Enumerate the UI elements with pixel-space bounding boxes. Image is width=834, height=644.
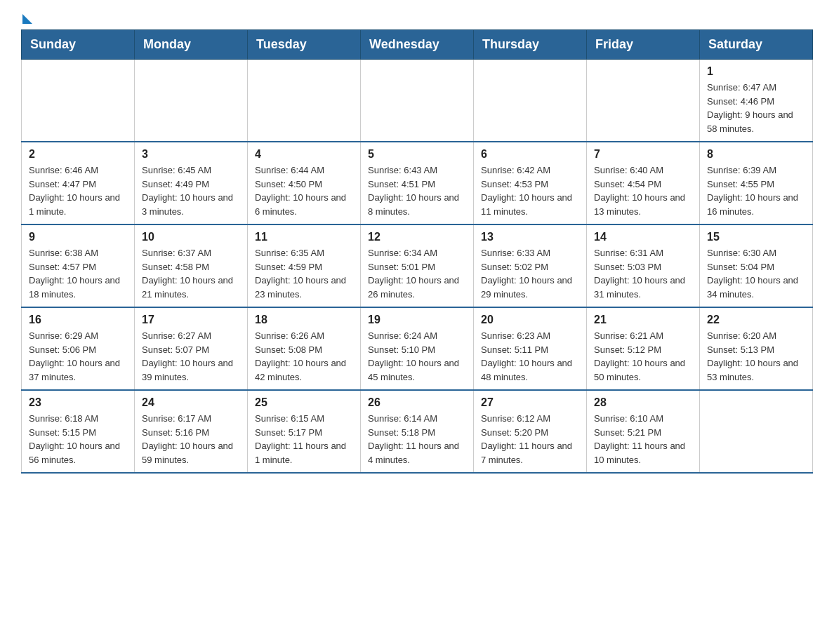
day-number: 7 — [594, 148, 692, 161]
day-number: 24 — [142, 396, 240, 409]
day-info: Sunrise: 6:43 AMSunset: 4:51 PMDaylight:… — [368, 163, 466, 218]
day-info: Sunrise: 6:26 AMSunset: 5:08 PMDaylight:… — [255, 329, 353, 384]
day-number: 3 — [142, 148, 240, 161]
day-number: 2 — [29, 148, 127, 161]
calendar-cell — [135, 60, 248, 142]
day-info: Sunrise: 6:17 AMSunset: 5:16 PMDaylight:… — [142, 412, 240, 467]
page-header — [21, 14, 813, 22]
day-number: 27 — [481, 396, 579, 409]
calendar-cell: 9Sunrise: 6:38 AMSunset: 4:57 PMDaylight… — [22, 224, 135, 307]
day-info: Sunrise: 6:37 AMSunset: 4:58 PMDaylight:… — [142, 246, 240, 301]
day-of-week-header: Saturday — [700, 30, 813, 60]
calendar-week-row: 16Sunrise: 6:29 AMSunset: 5:06 PMDayligh… — [22, 307, 813, 390]
day-info: Sunrise: 6:34 AMSunset: 5:01 PMDaylight:… — [368, 246, 466, 301]
calendar-week-row: 9Sunrise: 6:38 AMSunset: 4:57 PMDaylight… — [22, 224, 813, 307]
day-info: Sunrise: 6:27 AMSunset: 5:07 PMDaylight:… — [142, 329, 240, 384]
day-info: Sunrise: 6:24 AMSunset: 5:10 PMDaylight:… — [368, 329, 466, 384]
calendar-cell: 6Sunrise: 6:42 AMSunset: 4:53 PMDaylight… — [474, 142, 587, 224]
calendar-cell — [361, 60, 474, 142]
day-info: Sunrise: 6:46 AMSunset: 4:47 PMDaylight:… — [29, 163, 127, 218]
day-info: Sunrise: 6:45 AMSunset: 4:49 PMDaylight:… — [142, 163, 240, 218]
day-info: Sunrise: 6:42 AMSunset: 4:53 PMDaylight:… — [481, 163, 579, 218]
day-info: Sunrise: 6:23 AMSunset: 5:11 PMDaylight:… — [481, 329, 579, 384]
calendar-cell: 7Sunrise: 6:40 AMSunset: 4:54 PMDaylight… — [587, 142, 700, 224]
calendar-cell: 21Sunrise: 6:21 AMSunset: 5:12 PMDayligh… — [587, 307, 700, 390]
calendar-cell: 24Sunrise: 6:17 AMSunset: 5:16 PMDayligh… — [135, 390, 248, 473]
calendar-cell: 16Sunrise: 6:29 AMSunset: 5:06 PMDayligh… — [22, 307, 135, 390]
day-of-week-header: Thursday — [474, 30, 587, 60]
calendar-cell: 5Sunrise: 6:43 AMSunset: 4:51 PMDaylight… — [361, 142, 474, 224]
day-info: Sunrise: 6:33 AMSunset: 5:02 PMDaylight:… — [481, 246, 579, 301]
calendar-cell: 2Sunrise: 6:46 AMSunset: 4:47 PMDaylight… — [22, 142, 135, 224]
day-info: Sunrise: 6:44 AMSunset: 4:50 PMDaylight:… — [255, 163, 353, 218]
day-number: 21 — [594, 314, 692, 326]
day-number: 19 — [368, 314, 466, 326]
day-number: 11 — [255, 231, 353, 243]
day-info: Sunrise: 6:20 AMSunset: 5:13 PMDaylight:… — [707, 329, 805, 384]
day-of-week-header: Tuesday — [248, 30, 361, 60]
calendar-cell: 11Sunrise: 6:35 AMSunset: 4:59 PMDayligh… — [248, 224, 361, 307]
calendar-cell — [248, 60, 361, 142]
day-of-week-header: Monday — [135, 30, 248, 60]
day-number: 5 — [368, 148, 466, 161]
calendar-cell — [474, 60, 587, 142]
calendar-cell: 1Sunrise: 6:47 AMSunset: 4:46 PMDaylight… — [700, 60, 813, 142]
calendar-cell — [22, 60, 135, 142]
calendar-cell: 27Sunrise: 6:12 AMSunset: 5:20 PMDayligh… — [474, 390, 587, 473]
calendar-table: SundayMondayTuesdayWednesdayThursdayFrid… — [21, 29, 813, 474]
day-number: 20 — [481, 314, 579, 326]
day-of-week-header: Friday — [587, 30, 700, 60]
calendar-week-row: 23Sunrise: 6:18 AMSunset: 5:15 PMDayligh… — [22, 390, 813, 473]
day-info: Sunrise: 6:10 AMSunset: 5:21 PMDaylight:… — [594, 412, 692, 467]
day-number: 18 — [255, 314, 353, 326]
calendar-cell: 15Sunrise: 6:30 AMSunset: 5:04 PMDayligh… — [700, 224, 813, 307]
calendar-header-row: SundayMondayTuesdayWednesdayThursdayFrid… — [22, 30, 813, 60]
day-number: 10 — [142, 231, 240, 243]
day-of-week-header: Sunday — [22, 30, 135, 60]
day-number: 26 — [368, 396, 466, 409]
day-info: Sunrise: 6:40 AMSunset: 4:54 PMDaylight:… — [594, 163, 692, 218]
logo-triangle-icon — [22, 14, 32, 24]
day-info: Sunrise: 6:30 AMSunset: 5:04 PMDaylight:… — [707, 246, 805, 301]
day-number: 6 — [481, 148, 579, 161]
day-number: 28 — [594, 396, 692, 409]
day-number: 14 — [594, 231, 692, 243]
calendar-cell: 17Sunrise: 6:27 AMSunset: 5:07 PMDayligh… — [135, 307, 248, 390]
day-number: 22 — [707, 314, 805, 326]
calendar-cell: 4Sunrise: 6:44 AMSunset: 4:50 PMDaylight… — [248, 142, 361, 224]
day-number: 9 — [29, 231, 127, 243]
calendar-cell: 25Sunrise: 6:15 AMSunset: 5:17 PMDayligh… — [248, 390, 361, 473]
day-number: 23 — [29, 396, 127, 409]
day-number: 16 — [29, 314, 127, 326]
calendar-cell: 18Sunrise: 6:26 AMSunset: 5:08 PMDayligh… — [248, 307, 361, 390]
calendar-cell: 8Sunrise: 6:39 AMSunset: 4:55 PMDaylight… — [700, 142, 813, 224]
day-info: Sunrise: 6:47 AMSunset: 4:46 PMDaylight:… — [707, 81, 805, 135]
day-number: 1 — [707, 65, 805, 78]
day-info: Sunrise: 6:31 AMSunset: 5:03 PMDaylight:… — [594, 246, 692, 301]
day-number: 12 — [368, 231, 466, 243]
day-info: Sunrise: 6:38 AMSunset: 4:57 PMDaylight:… — [29, 246, 127, 301]
calendar-cell: 14Sunrise: 6:31 AMSunset: 5:03 PMDayligh… — [587, 224, 700, 307]
day-number: 25 — [255, 396, 353, 409]
calendar-cell: 13Sunrise: 6:33 AMSunset: 5:02 PMDayligh… — [474, 224, 587, 307]
calendar-cell: 26Sunrise: 6:14 AMSunset: 5:18 PMDayligh… — [361, 390, 474, 473]
day-number: 17 — [142, 314, 240, 326]
day-info: Sunrise: 6:15 AMSunset: 5:17 PMDaylight:… — [255, 412, 353, 467]
logo — [21, 14, 32, 22]
day-number: 4 — [255, 148, 353, 161]
calendar-week-row: 2Sunrise: 6:46 AMSunset: 4:47 PMDaylight… — [22, 142, 813, 224]
day-info: Sunrise: 6:14 AMSunset: 5:18 PMDaylight:… — [368, 412, 466, 467]
calendar-cell: 10Sunrise: 6:37 AMSunset: 4:58 PMDayligh… — [135, 224, 248, 307]
day-info: Sunrise: 6:35 AMSunset: 4:59 PMDaylight:… — [255, 246, 353, 301]
day-number: 8 — [707, 148, 805, 161]
calendar-cell: 12Sunrise: 6:34 AMSunset: 5:01 PMDayligh… — [361, 224, 474, 307]
day-number: 15 — [707, 231, 805, 243]
day-info: Sunrise: 6:18 AMSunset: 5:15 PMDaylight:… — [29, 412, 127, 467]
calendar-week-row: 1Sunrise: 6:47 AMSunset: 4:46 PMDaylight… — [22, 60, 813, 142]
calendar-cell: 23Sunrise: 6:18 AMSunset: 5:15 PMDayligh… — [22, 390, 135, 473]
day-number: 13 — [481, 231, 579, 243]
calendar-cell: 19Sunrise: 6:24 AMSunset: 5:10 PMDayligh… — [361, 307, 474, 390]
calendar-cell: 20Sunrise: 6:23 AMSunset: 5:11 PMDayligh… — [474, 307, 587, 390]
calendar-cell — [587, 60, 700, 142]
day-info: Sunrise: 6:21 AMSunset: 5:12 PMDaylight:… — [594, 329, 692, 384]
